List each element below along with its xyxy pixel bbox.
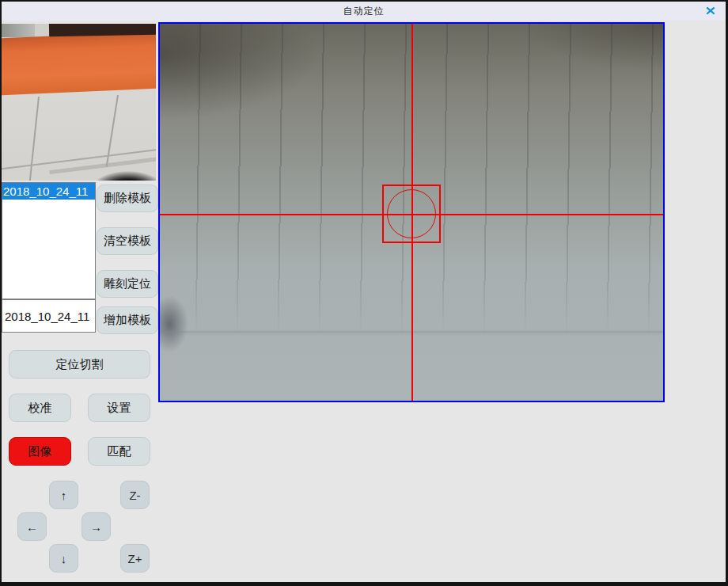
- delete-template-button[interactable]: 删除模板: [97, 185, 158, 212]
- jog-up-button[interactable]: ↑: [49, 481, 78, 509]
- jog-left-button[interactable]: ←: [17, 512, 47, 541]
- dialog-title: 自动定位: [343, 5, 385, 18]
- thumbnail-grey-patch: [2, 24, 35, 37]
- camera-view[interactable]: [158, 22, 665, 402]
- template-name-input[interactable]: [2, 299, 96, 333]
- settings-button[interactable]: 设置: [88, 394, 150, 422]
- auto-locate-dialog: 自动定位 ✕ 2018_10_24_11 删除模板 清空模板 雕刻定位 增加模板…: [0, 0, 728, 586]
- thumbnail-tile-line: [26, 97, 40, 181]
- jog-z-plus-button[interactable]: Z+: [120, 544, 150, 573]
- template-thumbnail-image: [2, 24, 156, 181]
- thumbnail-dark-object: [90, 171, 156, 181]
- close-icon[interactable]: ✕: [702, 3, 720, 19]
- template-list[interactable]: 2018_10_24_11: [2, 182, 96, 299]
- titlebar: 自动定位 ✕: [2, 2, 726, 21]
- thumbnail-orange-beam: [2, 31, 156, 95]
- locate-cut-button[interactable]: 定位切割: [9, 350, 150, 379]
- calibrate-button[interactable]: 校准: [9, 394, 71, 422]
- thumbnail-dark-strip: [49, 24, 156, 36]
- image-button[interactable]: 图像: [9, 437, 71, 466]
- template-list-item[interactable]: 2018_10_24_11: [2, 183, 95, 200]
- jog-down-button[interactable]: ↓: [49, 544, 78, 573]
- add-template-button[interactable]: 增加模板: [97, 306, 158, 334]
- target-circle: [387, 189, 436, 238]
- engrave-locate-button[interactable]: 雕刻定位: [97, 270, 158, 298]
- jog-z-minus-button[interactable]: Z-: [120, 481, 150, 509]
- clear-templates-button[interactable]: 清空模板: [97, 227, 158, 255]
- match-button[interactable]: 匹配: [88, 437, 150, 466]
- jog-right-button[interactable]: →: [82, 512, 111, 541]
